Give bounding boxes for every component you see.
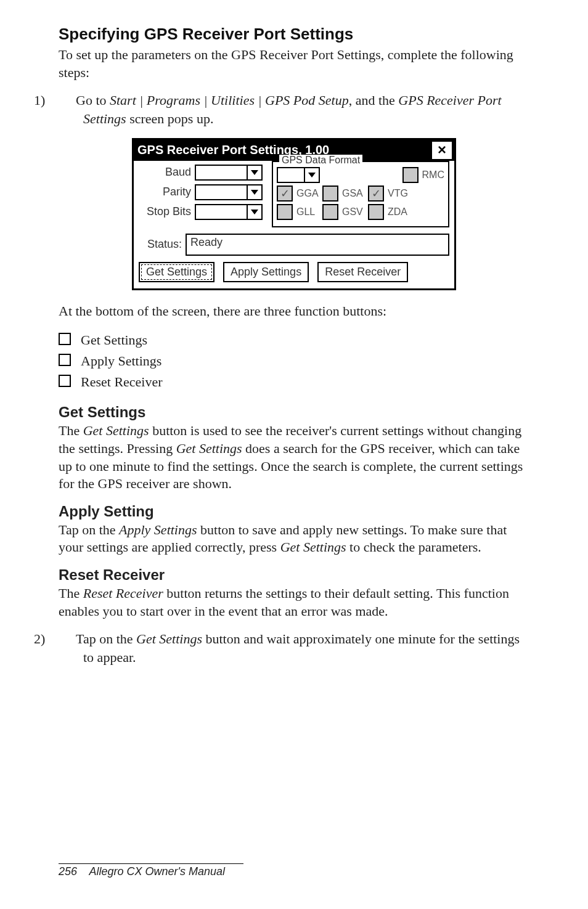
dialog-screenshot: GPS Receiver Port Settings, 1.00 × Baud (59, 138, 529, 290)
chevron-down-icon (247, 205, 261, 219)
list-item: Apply Settings (59, 351, 529, 372)
reset-receiver-heading: Reset Receiver (59, 566, 529, 584)
rmc-checkbox[interactable] (402, 167, 419, 183)
apply-setting-heading: Apply Setting (59, 503, 529, 520)
reset-receiver-paragraph: The Reset Receiver button returns the se… (59, 585, 529, 620)
zda-checkbox[interactable] (368, 204, 384, 220)
rmc-label: RMC (422, 169, 444, 181)
get-settings-heading: Get Settings (59, 404, 529, 421)
gps-settings-dialog: GPS Receiver Port Settings, 1.00 × Baud (132, 138, 456, 290)
chevron-down-icon (247, 166, 261, 179)
parity-label: Parity (139, 185, 195, 198)
close-button[interactable]: × (431, 141, 452, 160)
document-page: Specifying GPS Receiver Port Settings To… (0, 0, 588, 909)
dialog-body: Baud Parity (134, 161, 454, 288)
step-2: 2)Tap on the Get Settings button and wai… (59, 630, 529, 666)
gsa-checkbox[interactable] (322, 185, 338, 202)
footer-text: 256 Allegro CX Owner's Manual (59, 865, 243, 878)
step-number: 2) (59, 630, 76, 648)
status-label: Status: (139, 238, 186, 251)
checkbox-bullet-icon (59, 375, 71, 387)
svg-marker-0 (251, 170, 258, 175)
manual-title: Allegro CX Owner's Manual (89, 865, 225, 878)
stopbits-combo[interactable] (195, 204, 263, 220)
intro-text: To set up the parameters on the GPS Rece… (59, 46, 529, 81)
svg-marker-1 (251, 190, 258, 195)
function-buttons-list: Get Settings Apply Settings Reset Receiv… (59, 330, 529, 393)
apply-setting-paragraph: Tap on the Apply Settings button to save… (59, 521, 529, 556)
section-heading: Specifying GPS Receiver Port Settings (59, 25, 529, 44)
checkbox-bullet-icon (59, 333, 71, 345)
step-1: 1)Go to Start | Programs | Utilities | G… (59, 91, 529, 128)
checkbox-bullet-icon (59, 354, 71, 366)
gga-label: GGA (296, 188, 319, 199)
gsv-label: GSV (342, 206, 364, 218)
parity-combo[interactable] (195, 184, 263, 200)
baud-combo[interactable] (195, 165, 263, 181)
vtg-label: VTG (388, 188, 410, 199)
gps-data-format-fieldset: GPS Data Format RMC (272, 161, 449, 227)
chevron-down-icon (247, 185, 261, 199)
chevron-down-icon (304, 168, 319, 182)
step-text: Go to Start | Programs | Utilities | GPS… (76, 92, 502, 126)
list-item: Reset Receiver (59, 372, 529, 393)
svg-marker-3 (308, 173, 316, 177)
step-number: 1) (59, 91, 76, 110)
gga-checkbox[interactable]: ✓ (277, 185, 293, 202)
get-settings-button[interactable]: Get Settings (139, 262, 214, 282)
stopbits-label: Stop Bits (139, 205, 195, 218)
footer-rule (59, 863, 243, 864)
vtg-checkbox[interactable]: ✓ (368, 185, 384, 202)
list-item: Get Settings (59, 330, 529, 351)
gll-checkbox[interactable] (277, 204, 293, 220)
apply-settings-button[interactable]: Apply Settings (223, 262, 309, 282)
gsa-label: GSA (342, 188, 364, 199)
zda-label: ZDA (388, 206, 410, 218)
fieldset-legend: GPS Data Format (279, 155, 362, 166)
status-value: Ready (186, 234, 449, 256)
page-number: 256 (59, 865, 77, 878)
post-dialog-text: At the bottom of the screen, there are t… (59, 303, 529, 320)
step-text: Tap on the Get Settings button and wait … (76, 631, 520, 665)
page-footer: 256 Allegro CX Owner's Manual (59, 863, 243, 878)
get-settings-paragraph: The Get Settings button is used to see t… (59, 422, 529, 492)
format-combo[interactable] (277, 167, 320, 183)
svg-marker-2 (251, 210, 258, 214)
gll-label: GLL (296, 206, 319, 218)
reset-receiver-button[interactable]: Reset Receiver (317, 262, 408, 282)
baud-label: Baud (139, 166, 195, 179)
gsv-checkbox[interactable] (322, 204, 338, 220)
